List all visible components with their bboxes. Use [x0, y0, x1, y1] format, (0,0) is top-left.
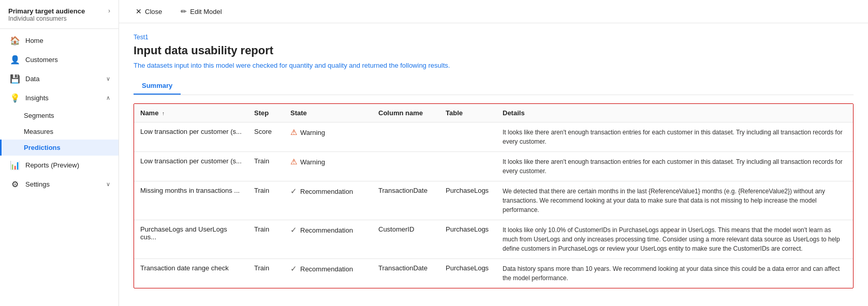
cell-step: Train — [248, 152, 284, 181]
cell-details: It looks like there aren't enough transa… — [496, 123, 853, 152]
state-label: Warning — [300, 129, 325, 136]
cell-state: ✓Recommendation — [284, 220, 372, 259]
page-title: Input data usability report — [134, 44, 854, 57]
breadcrumb: Test1 — [134, 34, 854, 41]
cell-table: PurchaseLogs — [439, 181, 496, 220]
column-header-step[interactable]: Step — [248, 104, 284, 123]
sidebar-item-segments[interactable]: Segments — [0, 108, 119, 124]
sidebar-item-label: Predictions — [24, 144, 61, 151]
state-label: Recommendation — [300, 188, 353, 195]
home-icon: 🏠 — [10, 36, 20, 45]
cell-details: We detected that there are certain month… — [496, 181, 853, 220]
column-header-details[interactable]: Details — [496, 104, 853, 123]
sidebar-item-label: Customers — [25, 56, 58, 64]
sidebar-subtitle: Individual consumers — [8, 15, 110, 22]
sidebar-item-home[interactable]: 🏠 Home — [0, 31, 119, 50]
cell-state: ⚠Warning — [284, 123, 372, 152]
cell-column-name: CustomerID — [372, 220, 439, 259]
cell-state: ✓Recommendation — [284, 259, 372, 288]
cell-name: Low transaction per customer (s... — [134, 123, 248, 152]
sidebar-item-measures[interactable]: Measures — [0, 124, 119, 140]
cell-column-name — [372, 152, 439, 181]
sidebar-item-predictions[interactable]: Predictions — [0, 140, 119, 156]
sidebar-item-customers[interactable]: 👤 Customers — [0, 50, 119, 69]
cell-details: It looks like only 10.0% of CustomerIDs … — [496, 220, 853, 259]
cell-column-name: TransactionDate — [372, 181, 439, 220]
sort-icon: ↑ — [162, 111, 165, 116]
cell-table — [439, 123, 496, 152]
close-button[interactable]: ✕ Close — [131, 5, 166, 18]
cell-details: It looks like there aren't enough transa… — [496, 152, 853, 181]
state-label: Recommendation — [300, 226, 353, 234]
table-row: PurchaseLogs and UserLogs cus... Train ✓… — [134, 220, 853, 259]
content-area: Test1 Input data usability report The da… — [119, 23, 868, 306]
table-header-row: Name ↑ Step State Column name — [134, 104, 853, 123]
warning-icon: ⚠ — [290, 157, 297, 166]
topbar: ✕ Close ✏ Edit Model — [119, 0, 868, 23]
cell-name: Low transaction per customer (s... — [134, 152, 248, 181]
warning-icon: ⚠ — [290, 128, 297, 137]
state-label: Recommendation — [300, 265, 353, 273]
data-icon: 💾 — [10, 74, 20, 84]
edit-icon: ✏ — [181, 7, 187, 16]
recommendation-icon: ✓ — [290, 225, 297, 235]
insights-icon: 💡 — [10, 93, 20, 103]
sidebar-item-data[interactable]: 💾 Data ∨ — [0, 69, 119, 88]
sidebar-item-label: Data — [25, 75, 39, 83]
sidebar-item-label: Reports (Preview) — [25, 161, 79, 169]
cell-details: Data history spans more than 10 years. W… — [496, 259, 853, 288]
sidebar-nav: 🏠 Home 👤 Customers 💾 Data ∨ 💡 Insights ∧… — [0, 29, 119, 306]
customers-icon: 👤 — [10, 55, 20, 65]
sidebar-expand-icon[interactable]: › — [108, 7, 110, 14]
cell-name: Transaction date range check — [134, 259, 248, 288]
edit-model-button[interactable]: ✏ Edit Model — [176, 5, 226, 18]
table-row: Low transaction per customer (s... Train… — [134, 152, 853, 181]
cell-table: PurchaseLogs — [439, 220, 496, 259]
page-description: The datasets input into this model were … — [134, 62, 854, 69]
cell-column-name: TransactionDate — [372, 259, 439, 288]
table-row: Missing months in transactions ... Train… — [134, 181, 853, 220]
table-row: Transaction date range check Train ✓Reco… — [134, 259, 853, 288]
chevron-down-icon: ∨ — [106, 75, 110, 82]
sidebar-item-label: Insights — [25, 94, 49, 102]
cell-step: Score — [248, 123, 284, 152]
column-header-state[interactable]: State — [284, 104, 372, 123]
sidebar-item-label: Segments — [24, 112, 54, 119]
column-header-name[interactable]: Name ↑ — [134, 104, 248, 123]
settings-icon: ⚙ — [10, 179, 20, 189]
cell-name: PurchaseLogs and UserLogs cus... — [134, 220, 248, 259]
recommendation-icon: ✓ — [290, 187, 297, 196]
cell-name: Missing months in transactions ... — [134, 181, 248, 220]
cell-column-name — [372, 123, 439, 152]
edit-label: Edit Model — [190, 8, 222, 16]
cell-table: PurchaseLogs — [439, 259, 496, 288]
sidebar-title: Primary target audience — [8, 7, 110, 15]
sidebar: › Primary target audience Individual con… — [0, 0, 119, 306]
chevron-down-icon: ∨ — [106, 181, 110, 188]
tab-summary[interactable]: Summary — [134, 78, 181, 95]
sidebar-item-insights[interactable]: 💡 Insights ∧ — [0, 88, 119, 108]
table-row: Low transaction per customer (s... Score… — [134, 123, 853, 152]
sidebar-item-label: Home — [25, 37, 43, 44]
sidebar-item-label: Settings — [25, 180, 50, 188]
close-icon: ✕ — [136, 7, 142, 16]
cell-state: ⚠Warning — [284, 152, 372, 181]
sidebar-item-reports[interactable]: 📊 Reports (Preview) — [0, 156, 119, 175]
main-content: ✕ Close ✏ Edit Model Test1 Input data us… — [119, 0, 868, 306]
sidebar-header[interactable]: › Primary target audience Individual con… — [0, 0, 119, 29]
sidebar-item-settings[interactable]: ⚙ Settings ∨ — [0, 175, 119, 194]
cell-state: ✓Recommendation — [284, 181, 372, 220]
reports-icon: 📊 — [10, 160, 20, 170]
tabs-bar: Summary — [134, 78, 854, 95]
close-label: Close — [145, 8, 162, 16]
recommendation-icon: ✓ — [290, 264, 297, 273]
column-header-column-name[interactable]: Column name — [372, 104, 439, 123]
cell-step: Train — [248, 259, 284, 288]
cell-step: Train — [248, 220, 284, 259]
column-header-table[interactable]: Table — [439, 104, 496, 123]
cell-table — [439, 152, 496, 181]
cell-step: Train — [248, 181, 284, 220]
chevron-up-icon: ∧ — [106, 95, 110, 101]
state-label: Warning — [300, 158, 325, 166]
sidebar-item-label: Measures — [24, 128, 53, 135]
